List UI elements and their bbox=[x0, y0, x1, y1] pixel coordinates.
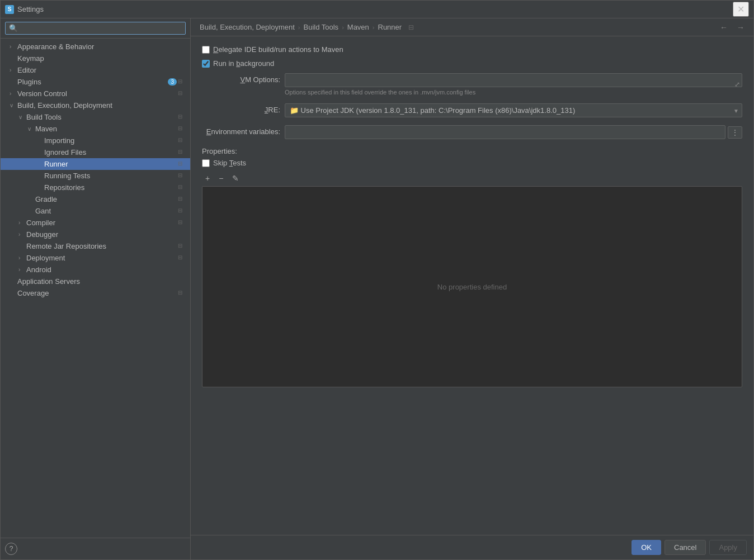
search-input[interactable] bbox=[5, 22, 186, 35]
cancel-button[interactable]: Cancel bbox=[665, 540, 706, 555]
remove-property-button[interactable]: − bbox=[215, 173, 227, 184]
close-button[interactable]: ✕ bbox=[733, 2, 749, 17]
forward-button[interactable]: → bbox=[734, 22, 747, 33]
sidebar-item-label: Importing bbox=[44, 136, 177, 145]
sidebar-item-label: Runner bbox=[44, 160, 177, 168]
back-button[interactable]: ← bbox=[718, 22, 730, 33]
bottom-bar: OK Cancel Apply bbox=[191, 535, 753, 559]
expand-arrow: › bbox=[18, 255, 25, 261]
jre-select-wrapper: 📁 Use Project JDK (version 1.8.0_131, pa… bbox=[285, 103, 742, 117]
sync-icon: ⊟ bbox=[178, 149, 186, 156]
sidebar-item-running-tests[interactable]: Running Tests ⊟ bbox=[1, 170, 190, 182]
breadcrumb-item-4: Runner bbox=[378, 23, 402, 31]
sidebar-item-ignored-files[interactable]: Ignored Files ⊟ bbox=[1, 146, 190, 158]
sidebar-item-android[interactable]: › Android bbox=[1, 264, 190, 276]
sidebar-item-maven[interactable]: ∨ Maven ⊟ bbox=[1, 123, 190, 135]
breadcrumb-sep-3: › bbox=[373, 24, 375, 31]
properties-section: Properties: Skip Tests + − ✎ bbox=[202, 147, 742, 387]
sidebar-item-keymap[interactable]: Keymap bbox=[1, 53, 190, 64]
sync-icon: ⊟ bbox=[178, 113, 186, 121]
sync-icon: ⊟ bbox=[178, 243, 186, 250]
jre-select[interactable]: 📁 Use Project JDK (version 1.8.0_131, pa… bbox=[285, 103, 742, 117]
sync-icon: ⊟ bbox=[178, 207, 186, 215]
sidebar-item-label: Android bbox=[26, 265, 186, 274]
plugins-badge: 3 bbox=[168, 78, 177, 86]
properties-toolbar: + − ✎ bbox=[202, 173, 742, 184]
delegate-label: Delegate IDE build/run actions to Maven bbox=[213, 45, 343, 54]
properties-label: Properties: bbox=[202, 147, 742, 155]
no-properties-text: No properties defined bbox=[437, 283, 507, 291]
sidebar-item-compiler[interactable]: › Compiler ⊟ bbox=[1, 217, 190, 229]
sidebar-item-label: Debugger bbox=[26, 230, 186, 239]
sidebar-item-label: Gant bbox=[35, 207, 177, 215]
sidebar-item-gant[interactable]: Gant ⊟ bbox=[1, 205, 190, 217]
background-label: Run in background bbox=[213, 59, 274, 68]
sidebar-item-deployment[interactable]: › Deployment ⊟ bbox=[1, 252, 190, 264]
sidebar-item-label: Remote Jar Repositories bbox=[26, 242, 177, 250]
sync-icon: ⊟ bbox=[178, 90, 186, 98]
add-property-button[interactable]: + bbox=[202, 173, 213, 184]
sidebar-item-app-servers[interactable]: Application Servers bbox=[1, 276, 190, 287]
window-title: Settings bbox=[17, 5, 733, 13]
sidebar-item-label: Coverage bbox=[17, 289, 177, 297]
sync-icon: ⊟ bbox=[178, 254, 186, 262]
expand-arrow: ∨ bbox=[18, 114, 25, 120]
background-checkbox-row: Run in background bbox=[202, 59, 742, 68]
sync-icon: ⊟ bbox=[178, 125, 186, 133]
sidebar-item-label: Appearance & Behavior bbox=[17, 42, 186, 51]
sync-icon: ⊟ bbox=[178, 219, 186, 227]
expand-arrow: ∨ bbox=[27, 126, 34, 132]
sync-icon: ⊟ bbox=[178, 160, 186, 168]
sidebar-item-label: Running Tests bbox=[44, 172, 177, 180]
sidebar-item-plugins[interactable]: Plugins 3 ⊟ bbox=[1, 76, 190, 88]
expand-arrow: › bbox=[18, 267, 25, 273]
expand-button[interactable]: ⤢ bbox=[733, 79, 741, 89]
sidebar-item-label: Build Tools bbox=[26, 113, 177, 121]
vm-options-label: VM Options: bbox=[202, 73, 280, 84]
background-checkbox[interactable] bbox=[202, 60, 210, 68]
breadcrumb-sep-1: › bbox=[298, 24, 300, 31]
breadcrumb-icon: ⊟ bbox=[408, 23, 414, 31]
skip-tests-checkbox[interactable] bbox=[202, 159, 210, 167]
sidebar-item-runner[interactable]: Runner ⊟ bbox=[1, 158, 190, 170]
expand-arrow: ∨ bbox=[10, 102, 16, 108]
help-button[interactable]: ? bbox=[5, 543, 17, 555]
sidebar-item-label: Gradle bbox=[35, 195, 177, 203]
sync-icon: ⊟ bbox=[178, 196, 186, 203]
sidebar-item-gradle[interactable]: Gradle ⊟ bbox=[1, 193, 190, 205]
sidebar-item-remote-jar[interactable]: Remote Jar Repositories ⊟ bbox=[1, 240, 190, 252]
env-vars-label: Environment variables: bbox=[202, 125, 280, 136]
env-browse-button[interactable]: ⋮ bbox=[728, 126, 742, 139]
delegate-checkbox[interactable] bbox=[202, 46, 210, 54]
env-vars-input[interactable] bbox=[285, 125, 725, 139]
main-layout: › Appearance & Behavior Keymap › Editor … bbox=[1, 18, 753, 559]
sidebar-item-label: Deployment bbox=[26, 254, 177, 262]
sidebar-item-build-tools[interactable]: ∨ Build Tools ⊟ bbox=[1, 111, 190, 123]
env-row: ⋮ bbox=[285, 125, 742, 139]
search-box bbox=[1, 18, 190, 39]
sidebar-item-repositories[interactable]: Repositories ⊟ bbox=[1, 182, 190, 193]
sidebar-item-debugger[interactable]: › Debugger bbox=[1, 229, 190, 240]
sync-icon: ⊟ bbox=[178, 78, 186, 86]
breadcrumb-item-3: Maven bbox=[347, 23, 369, 31]
breadcrumb-item-2: Build Tools bbox=[303, 23, 338, 31]
vm-options-row: VM Options: ⤢ Options specified in this … bbox=[202, 73, 742, 96]
vm-options-input[interactable] bbox=[285, 73, 742, 87]
ok-button[interactable]: OK bbox=[632, 540, 661, 555]
sidebar-item-version-control[interactable]: › Version Control ⊟ bbox=[1, 88, 190, 99]
sidebar-bottom: ? bbox=[1, 538, 190, 559]
apply-button[interactable]: Apply bbox=[709, 540, 747, 555]
title-bar: S Settings ✕ bbox=[1, 1, 753, 18]
sidebar-item-appearance[interactable]: › Appearance & Behavior bbox=[1, 41, 190, 53]
edit-property-button[interactable]: ✎ bbox=[229, 173, 242, 184]
jre-row: JRE: 📁 Use Project JDK (version 1.8.0_13… bbox=[202, 103, 742, 117]
sidebar-item-label: Application Servers bbox=[17, 277, 186, 286]
sidebar-item-build-exec[interactable]: ∨ Build, Execution, Deployment bbox=[1, 99, 190, 111]
sidebar-item-editor[interactable]: › Editor bbox=[1, 64, 190, 76]
tree: › Appearance & Behavior Keymap › Editor … bbox=[1, 39, 190, 538]
app-icon: S bbox=[5, 5, 14, 14]
expand-arrow: › bbox=[10, 44, 16, 50]
breadcrumb-sep-2: › bbox=[342, 24, 344, 31]
sidebar-item-coverage[interactable]: Coverage ⊟ bbox=[1, 287, 190, 299]
sidebar-item-importing[interactable]: Importing ⊟ bbox=[1, 135, 190, 146]
